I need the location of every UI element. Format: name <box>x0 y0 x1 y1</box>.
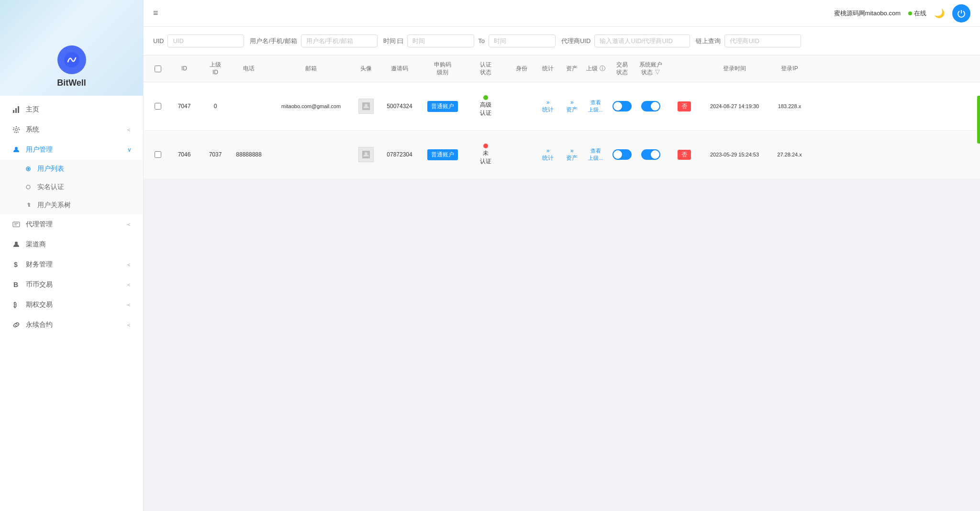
th-phone: 电话 <box>230 56 268 82</box>
svg-rect-8 <box>13 222 20 227</box>
row2-trade-status[interactable] <box>608 145 636 164</box>
row2-system-status[interactable] <box>636 145 665 164</box>
svg-rect-3 <box>18 106 19 113</box>
sidebar-item-finance[interactable]: $ 财务管理 ＜ <box>0 255 143 275</box>
row1-stats[interactable]: »统计 <box>536 95 560 118</box>
row2-identity <box>507 151 536 158</box>
sidebar-item-agent-mgmt[interactable]: 代理管理 ＜ <box>0 214 143 234</box>
system-knob-1 <box>651 102 659 111</box>
filter-username-row: 用户名/手机/邮箱 <box>250 34 377 47</box>
row1-assets[interactable]: »资产 <box>560 95 584 118</box>
no-badge-2: 否 <box>678 150 691 160</box>
sidebar-item-user-mgmt[interactable]: 用户管理 ∨ <box>0 140 143 160</box>
chain-query-label: 链上查询 <box>696 37 721 45</box>
select-all-checkbox[interactable] <box>155 66 161 72</box>
moon-icon[interactable]: 🌙 <box>934 8 945 19</box>
th-cert-status: 认证状态 <box>464 56 507 82</box>
stats-link-2[interactable]: »统计 <box>542 147 554 162</box>
sidebar-item-system[interactable]: 系统 ＜ <box>0 120 143 140</box>
sidebar-item-perpetual[interactable]: 永续合约 ＜ <box>0 315 143 335</box>
system-toggle-1[interactable] <box>641 101 660 111</box>
row2-level: 普通账户 <box>421 145 464 164</box>
row2-stats[interactable]: »统计 <box>536 144 560 166</box>
table-scroll: ID 上级ID 电话 邮箱 头像 邀请码 申购码级别 认证状态 身份 统计 资产… <box>144 56 980 179</box>
chain-query-input[interactable] <box>724 34 801 47</box>
row1-checkbox[interactable] <box>148 99 167 113</box>
row1-no-badge: 否 <box>665 98 703 115</box>
sidebar-item-user-list[interactable]: 用户列表 <box>0 160 143 178</box>
trade-toggle-1[interactable] <box>612 101 632 111</box>
content-area: UID 用户名/手机/邮箱 时间 曰 To 代理商UID <box>144 27 980 511</box>
row2-checkbox[interactable] <box>148 147 167 162</box>
sidebar-item-user-tree[interactable]: 用户关系树 <box>0 196 143 214</box>
row2-phone: 88888888 <box>230 147 268 162</box>
trade-knob-1 <box>613 102 622 111</box>
user-mgmt-arrow: ∨ <box>127 146 132 153</box>
svg-rect-2 <box>15 108 17 113</box>
sidebar-item-home[interactable]: 主页 <box>0 100 143 120</box>
trade-toggle-2[interactable] <box>612 149 632 160</box>
agent-uid-label: 代理商UID <box>561 37 590 45</box>
finance-arrow: ＜ <box>126 261 132 269</box>
power-button[interactable] <box>952 4 970 22</box>
table-row-1: 7047 0 mitaobo.com@gmail.com 50074324 <box>144 82 980 131</box>
time-to-input[interactable] <box>489 34 556 47</box>
agent-uid-input[interactable] <box>594 34 690 47</box>
time-from-input[interactable] <box>407 34 474 47</box>
row2-no-badge: 否 <box>665 146 703 164</box>
sidebar-item-real-name[interactable]: 实名认证 <box>0 178 143 196</box>
cert-status-2: 未认证 <box>480 144 491 166</box>
menu-toggle-area[interactable]: ≡ <box>153 8 158 18</box>
perpetual-arrow: ＜ <box>126 321 132 329</box>
superior-link-2[interactable]: 查看上级... <box>588 147 603 162</box>
th-identity: 身份 <box>507 56 536 82</box>
th-superior: 上级 ⓘ <box>584 56 608 82</box>
filter-time-row: 时间 曰 To <box>383 34 556 47</box>
logo-area: BitWell <box>0 0 143 96</box>
user-submenu: 用户列表 实名认证 用户关系树 <box>0 160 143 214</box>
system-toggle-2[interactable] <box>641 149 660 160</box>
assets-link-1[interactable]: »资产 <box>566 99 578 114</box>
online-dot <box>908 11 912 15</box>
sidebar-item-channel[interactable]: 渠道商 <box>0 234 143 255</box>
dollar-icon: $ <box>11 261 21 268</box>
row2-login-ip: 27.28.24.x <box>766 148 813 161</box>
th-checkbox <box>148 56 167 82</box>
options-arrow: ＜ <box>126 301 132 309</box>
logo-circle <box>57 45 86 74</box>
level-badge-1: 普通账户 <box>427 101 458 112</box>
assets-link-2[interactable]: »资产 <box>566 147 578 162</box>
row1-superior[interactable]: 查看上级... <box>584 95 608 117</box>
row2-select[interactable] <box>155 151 161 158</box>
stats-link-1[interactable]: »统计 <box>542 99 554 114</box>
sidebar: BitWell 主页 系统 ＜ <box>0 0 144 511</box>
no-badge-1: 否 <box>678 101 691 111</box>
avatar-img-2 <box>358 147 374 162</box>
row2-superior[interactable]: 查看上级... <box>584 144 608 166</box>
th-no <box>665 56 703 82</box>
row1-id: 7047 <box>167 99 201 113</box>
row1-select[interactable] <box>155 103 161 110</box>
table-row-2: 7046 7037 88888888 07872304 普 <box>144 131 980 179</box>
table-area: ID 上级ID 电话 邮箱 头像 邀请码 申购码级别 认证状态 身份 统计 资产… <box>144 56 980 179</box>
system-arrow: ＜ <box>126 126 132 134</box>
svg-point-16 <box>365 152 368 155</box>
svg-text:$: $ <box>14 261 18 268</box>
hamburger-icon[interactable]: ≡ <box>153 8 158 18</box>
row1-login-ip: 183.228.x <box>766 100 813 113</box>
table-row-data-1: 7047 0 mitaobo.com@gmail.com 50074324 <box>144 82 980 130</box>
row2-assets[interactable]: »资产 <box>560 144 584 166</box>
username-input[interactable] <box>301 34 378 47</box>
uid-input[interactable] <box>167 34 244 47</box>
filter-chain-row: 链上查询 <box>696 34 801 47</box>
row1-system-status[interactable] <box>636 97 665 115</box>
main-content: ≡ 蜜桃源码网mitaobo.com 在线 🌙 UID <box>144 0 980 511</box>
row1-level: 普通账户 <box>421 97 464 116</box>
sidebar-item-options-trade[interactable]: ₿ 期权交易 ＜ <box>0 295 143 315</box>
sidebar-item-coin-trade[interactable]: B 币币交易 ＜ <box>0 275 143 295</box>
th-avatar: 头像 <box>354 56 378 82</box>
row1-phone <box>230 102 268 110</box>
superior-link-1[interactable]: 查看上级... <box>588 99 603 113</box>
row1-trade-status[interactable] <box>608 97 636 115</box>
username-label: 用户名/手机/邮箱 <box>250 37 297 45</box>
